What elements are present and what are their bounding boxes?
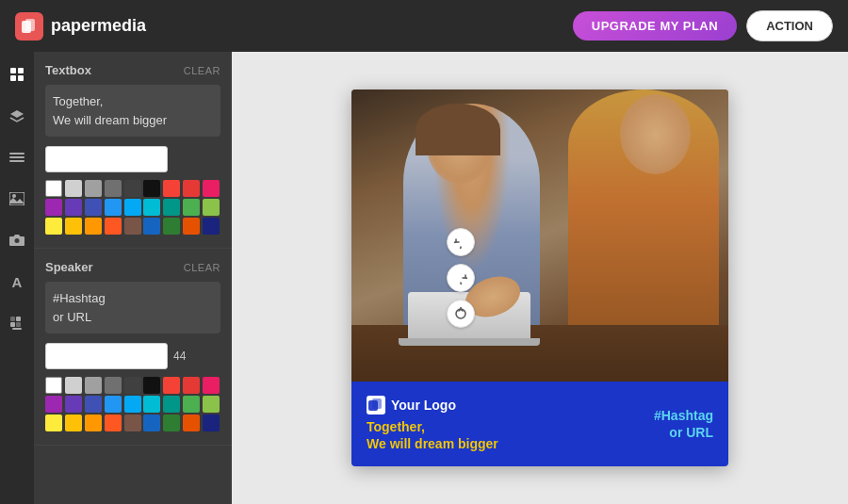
swatch-yellow[interactable] — [45, 218, 62, 235]
swatch-pink[interactable] — [203, 180, 220, 197]
speaker-clear-button[interactable]: CLEAR — [184, 262, 220, 273]
svg-rect-8 — [9, 160, 24, 162]
upgrade-button[interactable]: UPGRADE MY PLAN — [573, 11, 737, 41]
swatch-indigo[interactable] — [85, 199, 102, 216]
swatch-brown[interactable] — [124, 218, 141, 235]
swatch-mgray-2[interactable] — [85, 377, 102, 394]
left-panel: Textbox CLEAR Together, We will dream bi… — [34, 52, 232, 504]
swatch-dgray-2[interactable] — [105, 377, 122, 394]
action-button[interactable]: ACTION — [746, 10, 833, 41]
swatch-navy-2[interactable] — [203, 415, 220, 431]
swatch-lblue-2[interactable] — [124, 396, 141, 413]
float-controls — [447, 228, 475, 328]
swatch-red1[interactable] — [163, 180, 180, 197]
swatch-lblue[interactable] — [124, 199, 141, 216]
swatch-orange-2[interactable] — [85, 415, 102, 431]
toolbar-grid2-icon[interactable] — [4, 310, 30, 336]
logo-text: papermedia — [51, 16, 146, 36]
swatch-white[interactable] — [45, 180, 62, 197]
header: papermedia UPGRADE MY PLAN ACTION — [0, 0, 848, 52]
swatch-cyan-2[interactable] — [143, 396, 160, 413]
swatch-green2[interactable] — [163, 218, 180, 235]
swatch-dgray[interactable] — [105, 180, 122, 197]
font-size-display: 44 — [173, 350, 186, 363]
swatch-navy[interactable] — [203, 218, 220, 235]
swatch-purple-2[interactable] — [45, 396, 62, 413]
speaker-color-row: 44 — [45, 343, 220, 369]
swatch-dpurple[interactable] — [65, 199, 82, 216]
textbox-clear-button[interactable]: CLEAR — [184, 65, 220, 76]
swatch-xdgray-2[interactable] — [124, 377, 141, 394]
swatch-green[interactable] — [183, 199, 200, 216]
svg-rect-1 — [25, 19, 35, 31]
canvas-area: Your Logo Together, We will dream bigger… — [232, 52, 848, 504]
swatch-blue2[interactable] — [143, 218, 160, 235]
swatch-cyan[interactable] — [143, 199, 160, 216]
swatch-indigo-2[interactable] — [85, 396, 102, 413]
textbox-color-row — [45, 146, 220, 172]
swatch-green2-2[interactable] — [163, 415, 180, 431]
swatch-lgreen[interactable] — [203, 199, 220, 216]
swatch-black-2[interactable] — [143, 377, 160, 394]
speaker-header: Speaker CLEAR — [45, 260, 220, 274]
toolbar-grid-icon[interactable] — [4, 61, 30, 88]
svg-rect-12 — [10, 317, 15, 321]
swatch-brown-2[interactable] — [124, 415, 141, 431]
swatch-dorange-2[interactable] — [105, 415, 122, 431]
svg-rect-15 — [16, 322, 21, 327]
svg-rect-4 — [10, 75, 16, 81]
swatch-orange2-2[interactable] — [183, 415, 200, 431]
toolbar-camera-icon[interactable] — [4, 227, 30, 253]
swatch-dorange[interactable] — [105, 218, 122, 235]
swatch-mgray[interactable] — [85, 180, 102, 197]
swatch-teal-2[interactable] — [163, 396, 180, 413]
swatch-amber[interactable] — [65, 218, 82, 235]
refresh-button[interactable] — [447, 300, 475, 328]
svg-rect-3 — [18, 68, 24, 73]
textbox-content[interactable]: Together, We will dream bigger — [45, 85, 220, 137]
swatch-amber-2[interactable] — [65, 415, 82, 431]
swatch-green-2[interactable] — [183, 396, 200, 413]
card-logo-label: Your Logo — [391, 398, 456, 413]
swatch-red2-2[interactable] — [183, 377, 200, 394]
svg-rect-6 — [9, 153, 24, 154]
swatch-teal[interactable] — [163, 199, 180, 216]
svg-rect-5 — [18, 75, 24, 81]
card-footer: Your Logo Together, We will dream bigger… — [351, 382, 728, 466]
swatch-lgray-2[interactable] — [65, 377, 82, 394]
speaker-color-input[interactable] — [45, 343, 168, 369]
swatch-orange[interactable] — [85, 218, 102, 235]
swatch-blue[interactable] — [105, 199, 122, 216]
swatch-xdgray[interactable] — [124, 180, 141, 197]
swatch-dpurple-2[interactable] — [65, 396, 82, 413]
speaker-content[interactable]: #Hashtag or URL — [45, 282, 220, 333]
logo-row: Your Logo — [367, 396, 498, 415]
swatch-red2[interactable] — [183, 180, 200, 197]
swatch-purple[interactable] — [45, 199, 62, 216]
toolbar-layers-icon[interactable] — [4, 103, 30, 129]
social-card: Your Logo Together, We will dream bigger… — [351, 89, 728, 466]
swatch-orange2[interactable] — [183, 218, 200, 235]
swatch-blue2-2[interactable] — [143, 415, 160, 431]
textbox-color-input[interactable] — [45, 146, 168, 172]
swatch-pink-2[interactable] — [203, 377, 220, 394]
header-actions: UPGRADE MY PLAN ACTION — [573, 10, 833, 41]
textbox-title: Textbox — [45, 63, 91, 77]
swatch-red1-2[interactable] — [163, 377, 180, 394]
swatch-white-2[interactable] — [45, 377, 62, 394]
svg-rect-18 — [372, 398, 382, 409]
toolbar-menu-icon[interactable] — [4, 144, 30, 171]
card-image — [351, 89, 728, 382]
swatch-lgray[interactable] — [65, 180, 82, 197]
speaker-title: Speaker — [45, 260, 93, 274]
swatch-lgreen-2[interactable] — [203, 396, 220, 413]
swatch-black[interactable] — [143, 180, 160, 197]
toolbar-image-icon[interactable] — [4, 186, 30, 212]
undo-button[interactable] — [447, 228, 475, 256]
textbox-header: Textbox CLEAR — [45, 63, 220, 77]
swatch-blue-2[interactable] — [105, 396, 122, 413]
swatch-yellow-2[interactable] — [45, 415, 62, 431]
toolbar-text-icon[interactable]: A — [4, 268, 30, 295]
toolbar: A — [0, 52, 34, 504]
redo-button[interactable] — [447, 264, 475, 292]
